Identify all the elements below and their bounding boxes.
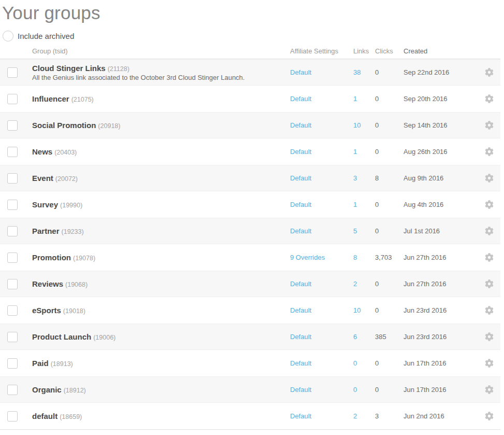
row-checkbox-cell	[0, 200, 25, 210]
gear-icon[interactable]	[485, 147, 494, 156]
row-checkbox[interactable]	[7, 385, 18, 395]
affiliate-settings-link[interactable]: Default	[290, 359, 311, 367]
group-name[interactable]: Influencer	[32, 94, 69, 103]
group-title-line: default(18659)	[32, 412, 290, 420]
affiliate-settings-link[interactable]: Default	[290, 227, 311, 235]
links-count-link[interactable]: 6	[353, 333, 357, 341]
links-count-link[interactable]: 0	[353, 386, 357, 394]
row-checkbox[interactable]	[7, 94, 18, 104]
group-name[interactable]: Promotion	[32, 253, 71, 262]
affiliate-settings-link[interactable]: Default	[290, 68, 311, 76]
affiliate-settings-link[interactable]: Default	[290, 386, 311, 394]
groups-table: Group (tsid) Affiliate Settings Links Cl…	[0, 46, 500, 430]
row-checkbox[interactable]	[7, 200, 18, 210]
affiliate-settings-cell: Default	[290, 148, 353, 156]
row-checkbox[interactable]	[7, 332, 18, 342]
affiliate-settings-link[interactable]: Default	[290, 306, 311, 314]
links-count-link[interactable]: 10	[353, 121, 361, 129]
row-actions-cell	[485, 174, 500, 183]
affiliate-settings-cell: Default	[290, 280, 353, 288]
group-name[interactable]: Social Promotion	[32, 121, 96, 130]
affiliate-settings-link[interactable]: Default	[290, 280, 311, 288]
group-name[interactable]: Product Launch	[32, 332, 91, 341]
group-tsid: (21128)	[108, 65, 129, 73]
row-actions-cell	[485, 200, 500, 209]
clicks-count: 385	[375, 333, 404, 341]
affiliate-settings-link[interactable]: Default	[290, 201, 311, 208]
row-checkbox[interactable]	[7, 358, 18, 369]
links-count-link[interactable]: 3	[353, 174, 357, 182]
gear-icon[interactable]	[485, 227, 494, 235]
group-name[interactable]: Event	[32, 174, 53, 183]
group-name[interactable]: Reviews	[32, 279, 63, 288]
page-title: Your groups	[0, 0, 504, 23]
row-checkbox[interactable]	[7, 252, 18, 263]
links-count-link[interactable]: 1	[353, 148, 357, 156]
row-actions-cell	[485, 412, 500, 420]
group-cell: Event(20072)	[25, 174, 290, 183]
affiliate-settings-link[interactable]: 9 Overrides	[290, 254, 325, 261]
affiliate-settings-link[interactable]: Default	[290, 95, 311, 103]
gear-icon[interactable]	[485, 94, 494, 103]
gear-icon[interactable]	[485, 306, 494, 315]
group-tsid: (21075)	[71, 96, 94, 103]
gear-icon[interactable]	[485, 121, 494, 130]
gear-icon[interactable]	[485, 253, 494, 262]
row-checkbox[interactable]	[7, 279, 18, 289]
affiliate-settings-cell: Default	[290, 306, 353, 314]
row-checkbox[interactable]	[7, 305, 18, 316]
table-row: Product Launch(19006) Default 6 385 Jun …	[0, 324, 500, 350]
clicks-count: 0	[375, 280, 404, 288]
affiliate-settings-link[interactable]: Default	[290, 174, 311, 182]
group-cell: Cloud Stinger Links(21128) All the Geniu…	[25, 64, 290, 81]
group-name[interactable]: Paid	[32, 359, 49, 368]
affiliate-settings-link[interactable]: Default	[290, 333, 311, 341]
row-checkbox[interactable]	[7, 67, 18, 78]
table-row: default(18659) Default 2 3 Jun 2nd 2016	[0, 403, 500, 429]
group-name[interactable]: Partner	[32, 227, 60, 235]
clicks-count: 0	[375, 68, 404, 76]
group-title-line: Reviews(19068)	[32, 279, 290, 288]
row-checkbox[interactable]	[7, 226, 18, 236]
clicks-count: 0	[375, 227, 404, 235]
links-count-link[interactable]: 8	[353, 254, 357, 261]
gear-icon[interactable]	[485, 68, 494, 77]
links-count-link[interactable]: 10	[353, 306, 361, 314]
links-count-link[interactable]: 38	[353, 68, 361, 76]
group-name[interactable]: News	[32, 147, 52, 156]
group-name[interactable]: Cloud Stinger Links	[32, 64, 106, 73]
header-links: Links	[353, 47, 375, 55]
affiliate-settings-link[interactable]: Default	[290, 148, 311, 156]
row-checkbox[interactable]	[7, 173, 18, 184]
group-name[interactable]: Survey	[32, 200, 58, 209]
links-count-link[interactable]: 2	[353, 280, 357, 288]
affiliate-settings-link[interactable]: Default	[290, 121, 311, 129]
gear-icon[interactable]	[485, 412, 494, 420]
affiliate-settings-link[interactable]: Default	[290, 412, 311, 420]
group-name[interactable]: eSports	[32, 306, 61, 315]
gear-icon[interactable]	[485, 359, 494, 368]
links-count-link[interactable]: 2	[353, 412, 357, 420]
links-count-link[interactable]: 0	[353, 359, 357, 367]
include-archived-radio[interactable]	[3, 31, 13, 41]
include-archived-toggle[interactable]: Include archived	[3, 31, 504, 41]
gear-icon[interactable]	[485, 332, 494, 341]
header-group: Group (tsid)	[25, 47, 290, 55]
gear-icon[interactable]	[485, 279, 494, 288]
row-checkbox[interactable]	[7, 120, 18, 131]
row-checkbox[interactable]	[7, 411, 18, 422]
group-name[interactable]: default	[32, 412, 57, 420]
links-count-link[interactable]: 1	[353, 95, 357, 103]
row-actions-cell	[485, 385, 500, 394]
links-count-link[interactable]: 1	[353, 201, 357, 208]
table-row: Event(20072) Default 3 8 Aug 9th 2016	[0, 165, 500, 191]
created-date: Jun 27th 2016	[404, 280, 485, 288]
group-name[interactable]: Organic	[32, 385, 62, 394]
row-checkbox[interactable]	[7, 147, 18, 157]
links-count-link[interactable]: 5	[353, 227, 357, 235]
gear-icon[interactable]	[485, 200, 494, 209]
row-actions-cell	[485, 306, 500, 315]
group-title-line: Survey(19990)	[32, 200, 290, 209]
gear-icon[interactable]	[485, 174, 494, 183]
gear-icon[interactable]	[485, 385, 494, 394]
